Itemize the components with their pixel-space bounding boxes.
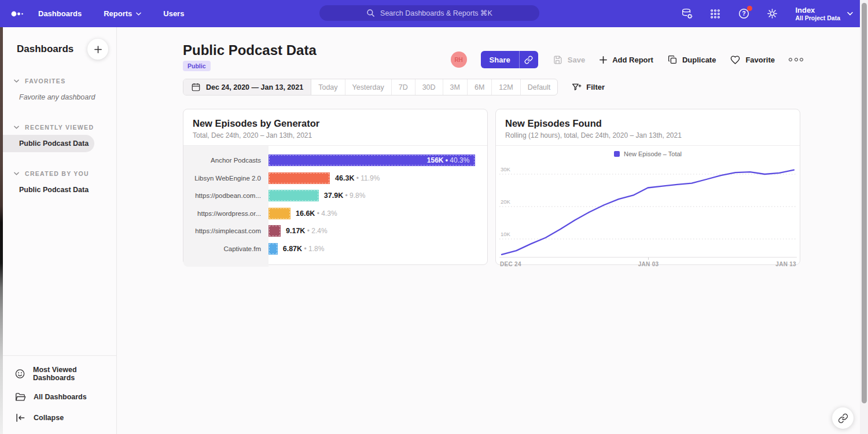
bar-segment[interactable] (269, 208, 290, 219)
y-tick-label: 20K (501, 198, 511, 205)
apps-button[interactable] (709, 8, 722, 20)
date-preset-30d[interactable]: 30D (415, 79, 443, 95)
bar-category-label: Captivate.fm (183, 245, 269, 252)
svg-text:?: ? (742, 10, 745, 17)
sidebar-item[interactable]: Public Podcast Data (3, 181, 116, 198)
chevron-down-icon (14, 126, 19, 129)
heart-icon (730, 54, 741, 65)
nav-item-label: Reports (104, 9, 132, 18)
bar-segment[interactable] (269, 243, 278, 255)
status-badge: Public (183, 61, 211, 71)
date-preset-today[interactable]: Today (311, 79, 345, 95)
bar-value-label: 46.3K • 11.9% (335, 170, 380, 187)
help-button[interactable]: ? (737, 8, 750, 20)
nav-item-dashboards[interactable]: Dashboards (38, 9, 82, 18)
project-selector-project: All Project Data (795, 14, 840, 22)
copy-link-fab[interactable] (832, 407, 854, 429)
date-preset-yesterday[interactable]: Yesterday (345, 79, 392, 95)
sidebar-item[interactable]: Public Podcast Data (3, 135, 94, 152)
search-icon (366, 9, 375, 17)
bar-segment[interactable] (269, 190, 319, 201)
bar-row: Anchor Podcasts156K • 40.3% (183, 152, 487, 170)
bar-row: https://simplecast.com9.17K • 2.4% (183, 222, 487, 240)
date-range-button[interactable]: Dec 24, 2020 — Jan 13, 2021 (183, 79, 311, 95)
share-button[interactable]: Share (481, 51, 519, 68)
bar-value: 9.17K (286, 227, 305, 235)
nav-item-users[interactable]: Users (163, 9, 184, 18)
topbar-nav: DashboardsReportsUsers (38, 9, 184, 18)
data-sources-button[interactable] (681, 8, 693, 20)
duplicate-button[interactable]: Duplicate (667, 54, 716, 65)
avatar[interactable]: RH (451, 52, 467, 68)
bar-area: 46.3K • 11.9% (269, 170, 487, 187)
filter-button[interactable]: Filter (571, 82, 605, 93)
x-axis: DEC 24 JAN 03 JAN 13 (499, 257, 797, 270)
nav-item-reports[interactable]: Reports (104, 9, 141, 18)
add-report-button[interactable]: Add Report (599, 56, 653, 64)
app-logo-icon[interactable] (10, 10, 34, 18)
filter-funnel-icon (571, 82, 582, 93)
bar-segment[interactable] (269, 172, 330, 184)
link-icon (524, 56, 533, 64)
sidebar-section-label: CREATED BY YOU (25, 170, 89, 177)
legend-label: New Episode – Total (624, 150, 682, 157)
x-tick-label: JAN 13 (775, 261, 796, 267)
share-link-button[interactable] (519, 51, 538, 68)
sidebar-collapse-button[interactable]: Collapse (3, 407, 116, 428)
save-icon (552, 54, 563, 65)
database-gear-icon (681, 8, 693, 20)
collapse-arrow-icon (14, 412, 26, 424)
bar-segment[interactable]: 156K • 40.3% (269, 155, 475, 166)
settings-button[interactable] (766, 8, 778, 20)
separator: • (315, 209, 321, 218)
date-preset-3m[interactable]: 3M (443, 79, 468, 95)
date-preset-default[interactable]: Default (521, 79, 558, 95)
save-button[interactable]: Save (552, 54, 585, 65)
logo-dots-icon (10, 10, 27, 18)
legend-swatch (614, 151, 620, 157)
bar-category-label: Anchor Podcasts (183, 157, 269, 164)
save-label: Save (568, 56, 585, 64)
bar-value: 16.6K (296, 209, 315, 218)
card-title: New Episodes by Generator (193, 118, 478, 129)
bar-value: 46.3K (335, 174, 354, 182)
add-report-label: Add Report (612, 56, 653, 64)
date-presets: TodayYesterday7D30D3M6M12MDefault (311, 79, 557, 95)
date-range-label: Dec 24, 2020 — Jan 13, 2021 (206, 83, 303, 91)
bar-value-label: 16.6K • 4.3% (296, 205, 337, 223)
sidebar-footer-label: Most Viewed Dashboards (33, 366, 116, 382)
bar-area: 9.17K • 2.4% (269, 222, 487, 240)
bar-value: 37.9K (324, 192, 343, 200)
bar-area: 6.87K • 1.8% (269, 240, 487, 258)
search-input[interactable]: Search Dashboards & Reports ⌘K (319, 5, 539, 21)
bar-pct: 2.4% (311, 227, 327, 235)
folder-icon (14, 391, 26, 403)
scrollbar-thumb[interactable] (862, 3, 867, 403)
sidebar-item-all-dashboards[interactable]: All Dashboards (3, 387, 116, 407)
sidebar-section-header[interactable]: FAVORITES (3, 78, 116, 84)
bar-value: 6.87K (283, 245, 302, 253)
bar-area: 156K • 40.3% (269, 152, 487, 170)
more-options-button[interactable] (789, 58, 803, 61)
sidebar-footer-label: All Dashboards (34, 393, 87, 401)
sidebar-section-header[interactable]: CREATED BY YOU (3, 170, 116, 177)
sidebar-sections: FAVORITESFavorite any dashboardRECENTLY … (3, 78, 116, 198)
line-chart-svg: 10K20K30K (499, 161, 796, 257)
line-series (502, 170, 794, 255)
chevron-down-icon (14, 79, 19, 83)
bar-segment[interactable] (269, 225, 281, 237)
link-icon (838, 413, 848, 424)
separator: • (443, 156, 450, 164)
new-dashboard-button[interactable] (87, 39, 108, 60)
date-preset-6m[interactable]: 6M (468, 79, 492, 95)
smiley-icon (14, 368, 25, 380)
bar-value-label: 6.87K • 1.8% (283, 240, 325, 258)
sidebar-item[interactable]: Favorite any dashboard (3, 89, 116, 106)
scrollbar-track[interactable] (860, 0, 868, 434)
favorite-button[interactable]: Favorite (730, 54, 775, 65)
sidebar-section-header[interactable]: RECENTLY VIEWED (3, 124, 116, 131)
project-selector[interactable]: Index All Project Data (795, 6, 853, 22)
date-preset-12m[interactable]: 12M (492, 79, 520, 95)
sidebar-item-most-viewed[interactable]: Most Viewed Dashboards (3, 361, 116, 387)
date-preset-7d[interactable]: 7D (392, 79, 415, 95)
